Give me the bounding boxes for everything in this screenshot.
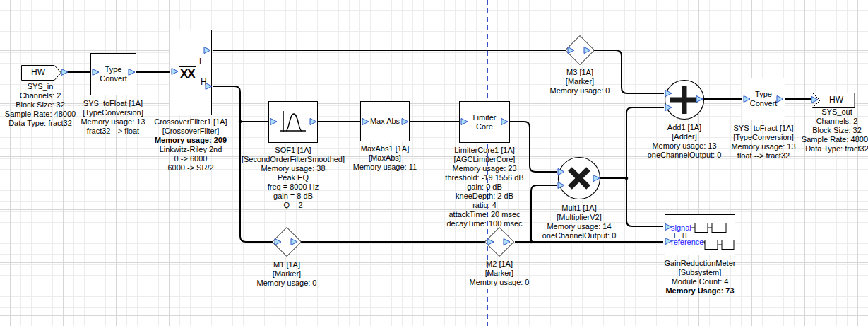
label-line: GainReductionMeter <box>629 259 771 268</box>
label-line: Q = 2 <box>222 201 364 210</box>
sysout-tag-text: HW <box>829 95 843 105</box>
label-line: Memory usage: 0 <box>429 278 570 287</box>
label-line: [Marker] <box>509 77 650 86</box>
label-line: gain = 8 dB <box>222 192 364 201</box>
typeconv-out-input-port[interactable] <box>743 95 751 103</box>
wire-junction-dot <box>530 240 533 244</box>
sysout-hw-tag[interactable]: HW <box>812 93 855 111</box>
sof1-output-port[interactable] <box>309 118 317 125</box>
grm-subsystem-preview <box>665 215 735 255</box>
label-line: [AGCLimiterCore] <box>414 155 555 164</box>
sysin-tag-text: HW <box>31 67 45 77</box>
peak-eq-curve-icon <box>278 108 309 136</box>
maxabs-output-port[interactable] <box>401 118 409 125</box>
grm-tick-h: H <box>682 231 687 240</box>
gainreductionmeter-label: GainReductionMeter [Subsystem] Module Co… <box>629 259 771 296</box>
label-line: threshold: -19.1556 dB <box>414 173 555 182</box>
label-line: [Marker] <box>216 269 357 279</box>
label-line: Module Count: 4 <box>629 277 771 286</box>
label-line: [CrossoverFilter] <box>120 127 261 136</box>
m3-input-port[interactable] <box>567 47 575 54</box>
crossover-input-port[interactable] <box>171 68 179 75</box>
crossover-low-out-label: L <box>199 57 204 66</box>
typeconvert-title: Type Convert <box>750 90 778 108</box>
sysout-input-port[interactable] <box>811 96 819 103</box>
m1-output-port[interactable] <box>290 238 298 245</box>
title-line: Core <box>472 122 496 132</box>
add1-input1-port[interactable] <box>665 90 672 97</box>
maxabs-input-port[interactable] <box>362 118 369 125</box>
typeconv-out-output-port[interactable] <box>776 95 784 103</box>
crossover-low-output-port[interactable] <box>203 47 211 54</box>
label-line: LimiterCore1 [1A] <box>414 146 555 155</box>
label-line: [Subsystem] <box>629 268 771 277</box>
label-line: Data Type: fract32 <box>766 144 868 153</box>
label-line: Memory usage: 0 <box>509 86 650 95</box>
sysin-hw-tag[interactable]: HW <box>21 65 62 83</box>
typeconv-in-output-port[interactable] <box>128 69 136 76</box>
add1-input2-port[interactable] <box>665 104 672 111</box>
limiter-input-port[interactable] <box>460 118 468 125</box>
label-line: M3 [1A] <box>509 68 650 77</box>
m3-label: M3 [1A] [Marker] Memory usage: 0 <box>509 68 650 95</box>
mult1-label: Mult1 [1A] [MultiplierV2] Memory usage: … <box>509 204 650 240</box>
label-line: Block Size: 32 <box>766 126 868 135</box>
label-line: Mult1 [1A] <box>509 204 650 213</box>
label-line: CrossoverFilter1 [1A] <box>120 117 261 127</box>
mult1-output-port[interactable] <box>593 175 600 182</box>
diagram-canvas: HW SYS_in Channels: 2 Block Size: 32 Sam… <box>0 0 868 326</box>
wire-junction-dot <box>625 177 629 180</box>
label-line: [TypeConversion] <box>42 108 184 117</box>
grm-reference-port-label: reference <box>671 238 703 247</box>
label-line: Memory usage: 23 <box>414 164 555 173</box>
grm-reference-input-port[interactable] <box>665 238 672 245</box>
label-line: Memory Usage: 73 <box>629 286 771 296</box>
grm-signal-input-port[interactable] <box>665 223 672 231</box>
label-line: [Marker] <box>429 269 570 278</box>
mult1-input1-port[interactable] <box>557 168 565 175</box>
title-line: Convert <box>100 74 127 83</box>
title-line: Type <box>100 65 127 74</box>
m2-input-port[interactable] <box>487 238 494 245</box>
typeconv-in-input-port[interactable] <box>92 69 100 76</box>
label-line: gain: 0 dB <box>414 182 555 192</box>
label-line: M1 [1A] <box>216 260 357 269</box>
m2-output-port[interactable] <box>503 238 511 245</box>
crossover-filter-icon: XX <box>179 66 196 81</box>
add1-output-port[interactable] <box>696 95 703 103</box>
label-line: Memory usage: 209 <box>120 136 261 145</box>
title-line: Limiter <box>472 113 496 122</box>
label-line: oneChannelOutput: 0 <box>509 231 650 240</box>
typeconvert-title: Type Convert <box>100 65 127 83</box>
label-line: Sample Rate: 48000 <box>766 135 868 144</box>
label-line: Memory usage: 0 <box>216 279 357 288</box>
title-line: Convert <box>750 99 778 108</box>
grm-tick-i: I <box>674 231 676 240</box>
label-line: M2 [1A] <box>429 260 570 269</box>
sysin-output-port[interactable] <box>61 69 69 76</box>
label-line: [MultiplierV2] <box>509 213 650 222</box>
limiter-output-port[interactable] <box>501 118 509 125</box>
label-line: freq = 8000 Hz <box>222 182 364 192</box>
maxabs-title: Max Abs <box>370 117 400 126</box>
m1-label: M1 [1A] [Marker] Memory usage: 0 <box>216 260 357 288</box>
mult1-input2-port[interactable] <box>557 182 565 189</box>
label-line: SYS_toFloat [1A] <box>42 99 184 108</box>
gainreductionmeter-block[interactable]: signal reference I H <box>665 214 735 255</box>
crossover-high-output-port[interactable] <box>205 83 213 90</box>
m2-label: M2 [1A] [Marker] Memory usage: 0 <box>429 260 570 287</box>
sof1-input-port[interactable] <box>270 118 278 125</box>
m3-output-port[interactable] <box>583 47 591 54</box>
label-line: kneeDepth: 2 dB <box>414 192 555 201</box>
m1-input-port[interactable] <box>274 238 282 245</box>
label-line: Memory usage: 14 <box>509 222 650 231</box>
title-line: Type <box>750 90 778 99</box>
limiter-title: Limiter Core <box>472 113 496 132</box>
label-line: Peak EQ <box>222 173 364 182</box>
